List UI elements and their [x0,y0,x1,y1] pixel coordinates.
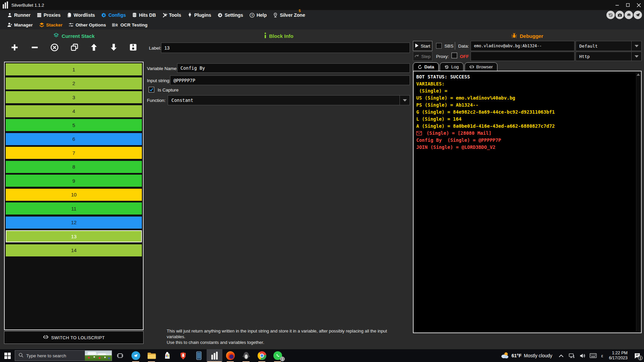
data-input[interactable] [471,41,575,51]
proxy-type-dropdown[interactable]: Http [576,52,642,61]
firefox-taskbar-icon[interactable] [222,349,238,362]
block-info-header: Block Info [148,33,410,39]
menu-item-configs[interactable]: Configs [98,12,129,18]
step-button[interactable]: Step [413,52,432,61]
debugger-console: BOT STATUS: SUCCESSVARIABLES: (Single) =… [413,71,642,333]
console-line: PS (Single) = Ab1324-- [416,102,638,109]
menu-item-stacker[interactable]: Stacker [36,22,66,28]
stack-block-9[interactable]: 9 [6,175,142,187]
proxy-checkbox[interactable] [451,53,457,58]
penguin-taskbar-icon[interactable] [238,349,254,362]
stack-block-3[interactable]: 3 [6,91,142,103]
weather-widget[interactable]: 61°F Mostly cloudy [497,351,556,360]
wordlist-type-dropdown[interactable]: Default [576,41,642,51]
brave-taskbar-icon[interactable] [175,349,191,362]
discord-icon [626,12,632,18]
volume-icon[interactable] [578,349,587,362]
maximize-button[interactable] [623,0,633,10]
stack-block-12[interactable]: 12 [6,217,142,229]
tab-log[interactable]: Log [440,62,464,71]
menu-item-help[interactable]: ?Help [246,12,270,18]
telegram-taskbar-icon[interactable] [128,349,144,362]
phone-taskbar-icon[interactable] [191,349,207,362]
duplicate-button[interactable] [70,43,79,52]
tray-chevron-up-icon[interactable] [557,349,566,362]
help-icon: ? [249,12,255,18]
stack-block-1[interactable]: 1 [6,63,142,75]
stack-block-2[interactable]: 2 [6,77,142,89]
move-down-icon [109,43,118,52]
explorer-taskbar-icon[interactable] [144,349,159,362]
touch-keyboard-icon[interactable] [589,349,598,362]
stack-block-7[interactable]: 7 [6,147,142,159]
language-indicator[interactable]: ε [599,353,606,358]
switch-to-loliscript-button[interactable]: SWITCH TO LOLISCRIPT [4,331,144,344]
chrome-taskbar-icon[interactable] [254,349,270,362]
stack-block-5[interactable]: 5 [6,119,142,131]
stack-block-10[interactable]: 10 [6,189,142,201]
taskbar-clock[interactable]: 1:22 PM 6/17/2023 [606,351,631,361]
block-label: 6 [72,136,75,142]
console-scrollbar[interactable] [636,72,640,332]
scroll-up-icon[interactable] [637,73,640,76]
proxy-input[interactable] [471,52,575,61]
menu-item-other-options[interactable]: Other Options [65,22,109,27]
block-label: 3 [72,95,75,100]
taskbar-search-input[interactable]: Type here to search [15,350,112,361]
notification-center-button[interactable]: 1 [631,349,644,362]
input-string-input[interactable] [170,75,410,85]
move-up-button[interactable] [90,43,98,52]
stack-block-6[interactable]: 6 [6,133,142,145]
menu-item-proxies[interactable]: Proxies [34,12,64,18]
menu-item-silver-zone[interactable]: Silver Zone5 [270,12,308,18]
stack-block-14[interactable]: 14 [6,244,142,256]
start-button[interactable]: Start [413,41,432,51]
settings-icon [217,12,223,18]
save-button[interactable] [129,43,138,52]
start-menu-button[interactable] [0,349,15,362]
chevron-down-icon [631,52,641,61]
task-view-button[interactable] [112,349,128,362]
variable-name-input[interactable] [177,63,410,73]
check-icon [149,87,154,92]
remove-button[interactable] [30,43,39,52]
menu-item-settings[interactable]: Settings [214,12,246,18]
camera-icon-button[interactable] [615,11,624,19]
search-highlight-image[interactable] [85,351,112,361]
history-icon-button[interactable] [606,11,615,19]
menu-item-runner[interactable]: Runner [4,12,34,18]
stack-block-8[interactable]: 8 [6,161,142,173]
function-dropdown[interactable]: Constant [168,95,410,105]
console-line-text: (Single) = [416,87,450,95]
menu-item-wordlists[interactable]: Wordlists [64,12,98,18]
tab-browser[interactable]: Browser [465,62,498,71]
whatsapp-taskbar-icon[interactable]: 1 [270,349,285,362]
tab-data[interactable]: Data [413,62,439,71]
discord-icon-button[interactable] [625,11,633,19]
menu-item-hits-db[interactable]: Hits DB [129,12,159,18]
move-up-icon [90,43,98,52]
sbs-checkbox[interactable] [436,43,442,49]
move-down-button[interactable] [109,43,118,52]
add-button[interactable] [10,43,19,52]
stack-block-11[interactable]: 11 [6,202,142,215]
silverbullet-taskbar-icon[interactable] [207,349,222,362]
stack-block-4[interactable]: 4 [6,105,142,117]
label-input[interactable] [161,43,410,53]
config-sub-menu: ManagerStackerOther OptionsROCR Testing [0,20,644,29]
chevron-down-icon [399,96,410,105]
menu-item-manager[interactable]: Manager [4,22,36,27]
menu-item-plugins[interactable]: Plugins [184,12,214,18]
block-label: 9 [72,178,75,184]
menu-item-ocr-testing[interactable]: ROCR Testing [109,22,151,27]
wordlist-type-value: Default [576,44,631,49]
telegram-icon-button[interactable] [634,11,642,19]
clear-button[interactable] [50,43,59,52]
is-capture-checkbox[interactable] [149,87,154,93]
menu-item-tools[interactable]: Tools [159,12,184,18]
network-icon[interactable] [568,349,576,362]
close-button[interactable] [633,0,644,10]
stack-block-13[interactable]: 13 [6,230,142,242]
store-taskbar-icon[interactable] [159,349,175,362]
minimize-button[interactable] [612,0,623,10]
